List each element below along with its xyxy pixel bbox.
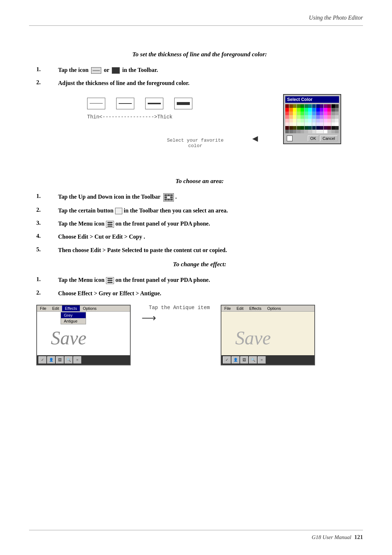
color-cell[interactable] — [312, 130, 316, 133]
tb-btn-3[interactable]: 🖼 — [56, 356, 64, 364]
color-cell[interactable] — [331, 112, 335, 115]
color-cell[interactable] — [308, 122, 312, 126]
color-cell[interactable] — [320, 115, 323, 119]
color-cell[interactable] — [289, 108, 293, 112]
color-cell[interactable] — [297, 126, 301, 130]
color-cell[interactable] — [297, 112, 301, 115]
right-menu-options[interactable]: Options — [264, 305, 284, 311]
color-cell[interactable] — [297, 115, 301, 119]
menu-file[interactable]: File — [37, 305, 49, 311]
color-cell[interactable] — [293, 115, 297, 119]
color-cell[interactable] — [316, 119, 320, 122]
color-cell[interactable] — [301, 112, 304, 115]
color-cell[interactable] — [312, 112, 316, 115]
color-cell[interactable] — [320, 130, 323, 133]
color-cell[interactable] — [301, 104, 304, 108]
color-cell[interactable] — [289, 122, 293, 126]
color-cell[interactable] — [308, 104, 312, 108]
color-cell[interactable] — [316, 122, 320, 126]
color-cell[interactable] — [327, 115, 331, 119]
color-cell[interactable] — [320, 112, 323, 115]
color-cell[interactable] — [316, 130, 320, 133]
color-cell[interactable] — [305, 122, 308, 126]
color-cell[interactable] — [308, 126, 312, 130]
color-cell[interactable] — [285, 115, 289, 119]
color-cell[interactable] — [316, 112, 320, 115]
color-cell[interactable] — [297, 108, 301, 112]
color-cell[interactable] — [289, 112, 293, 115]
color-cell[interactable] — [331, 108, 335, 112]
color-cell[interactable] — [293, 119, 297, 122]
color-cell[interactable] — [316, 126, 320, 130]
color-cell[interactable] — [316, 115, 320, 119]
color-cell[interactable] — [327, 119, 331, 122]
color-cell[interactable] — [327, 112, 331, 115]
color-cell[interactable] — [297, 122, 301, 126]
color-cell[interactable] — [335, 130, 339, 133]
color-cell[interactable] — [335, 119, 339, 122]
color-cell[interactable] — [324, 126, 327, 130]
rtb-btn-2[interactable]: 👤 — [232, 356, 240, 364]
color-cell[interactable] — [293, 130, 297, 133]
color-cell[interactable] — [289, 130, 293, 133]
color-cell[interactable] — [320, 108, 323, 112]
color-cell[interactable] — [320, 122, 323, 126]
color-cell[interactable] — [305, 115, 308, 119]
rtb-btn-4[interactable]: 🔍 — [249, 356, 257, 364]
tb-btn-4[interactable]: 🔍 — [65, 356, 73, 364]
color-cell[interactable] — [324, 115, 327, 119]
color-cell[interactable] — [289, 104, 293, 108]
color-cell[interactable] — [301, 122, 304, 126]
color-cell[interactable] — [301, 130, 304, 133]
color-cell[interactable] — [324, 119, 327, 122]
color-cell[interactable] — [285, 130, 289, 133]
color-cell[interactable] — [320, 126, 323, 130]
right-menu-edit[interactable]: Edit — [234, 305, 246, 311]
rtb-btn-5[interactable]: ≡ — [258, 356, 266, 364]
color-cell[interactable] — [293, 126, 297, 130]
color-cell[interactable] — [320, 119, 323, 122]
color-cell[interactable] — [324, 108, 327, 112]
color-cell[interactable] — [327, 126, 331, 130]
color-cell[interactable] — [324, 130, 327, 133]
color-cell[interactable] — [335, 115, 339, 119]
color-cell[interactable] — [289, 126, 293, 130]
color-cell[interactable] — [293, 104, 297, 108]
color-cell[interactable] — [316, 104, 320, 108]
right-menu-file[interactable]: File — [221, 305, 234, 311]
color-cell[interactable] — [305, 126, 308, 130]
color-cell[interactable] — [331, 122, 335, 126]
color-cell[interactable] — [305, 112, 308, 115]
color-cell[interactable] — [331, 115, 335, 119]
color-cell[interactable] — [305, 119, 308, 122]
color-cell[interactable] — [335, 112, 339, 115]
color-cell[interactable] — [312, 126, 316, 130]
color-cell[interactable] — [305, 130, 308, 133]
color-cell[interactable] — [285, 104, 289, 108]
color-cell[interactable] — [312, 104, 316, 108]
color-cell[interactable] — [293, 122, 297, 126]
color-cell[interactable] — [331, 126, 335, 130]
rtb-btn-1[interactable]: ✓ — [223, 356, 231, 364]
color-cell[interactable] — [308, 115, 312, 119]
dropdown-antigue[interactable]: Antigue — [61, 318, 86, 324]
color-cell[interactable] — [308, 112, 312, 115]
ok-button[interactable]: OK — [308, 135, 319, 141]
color-cell[interactable] — [327, 108, 331, 112]
color-cell[interactable] — [305, 108, 308, 112]
color-cell[interactable] — [335, 104, 339, 108]
color-cell[interactable] — [293, 112, 297, 115]
color-cell[interactable] — [335, 122, 339, 126]
color-cell[interactable] — [301, 126, 304, 130]
color-cell[interactable] — [308, 119, 312, 122]
tb-btn-2[interactable]: 👤 — [47, 356, 55, 364]
color-cell[interactable] — [331, 104, 335, 108]
color-cell[interactable] — [312, 122, 316, 126]
color-cell[interactable] — [308, 130, 312, 133]
menu-options[interactable]: Options — [80, 305, 99, 311]
color-cell[interactable] — [327, 104, 331, 108]
cancel-button[interactable]: Cancel — [320, 135, 338, 141]
color-cell[interactable] — [293, 108, 297, 112]
menu-edit[interactable]: Edit — [49, 305, 62, 311]
color-cell[interactable] — [312, 108, 316, 112]
